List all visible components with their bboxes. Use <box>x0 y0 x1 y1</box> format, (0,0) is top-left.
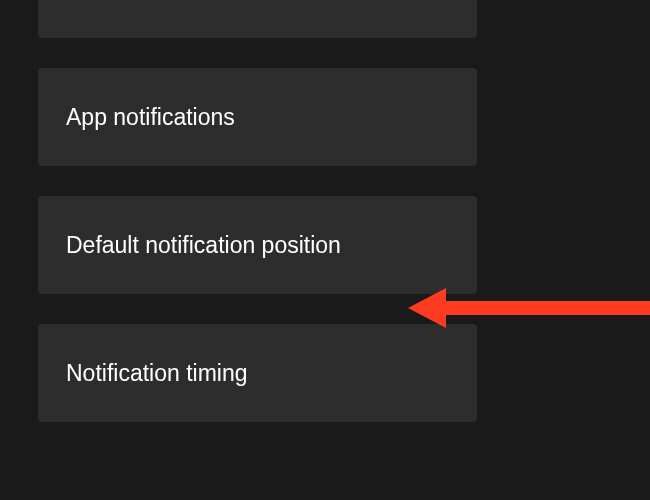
menu-item-app-notifications[interactable]: App notifications <box>38 68 477 166</box>
menu-item-default-notification-position[interactable]: Default notification position <box>38 196 477 294</box>
menu-list: Xbox notifications App notifications Def… <box>0 0 515 422</box>
menu-item-xbox-notifications[interactable]: Xbox notifications <box>38 0 477 38</box>
menu-item-notification-timing[interactable]: Notification timing <box>38 324 477 422</box>
settings-panel: Xbox notifications App notifications Def… <box>0 0 650 440</box>
menu-item-label: App notifications <box>66 104 235 131</box>
menu-item-label: Default notification position <box>66 232 341 259</box>
menu-item-label: Xbox notifications <box>66 0 246 3</box>
menu-item-label: Notification timing <box>66 360 248 387</box>
